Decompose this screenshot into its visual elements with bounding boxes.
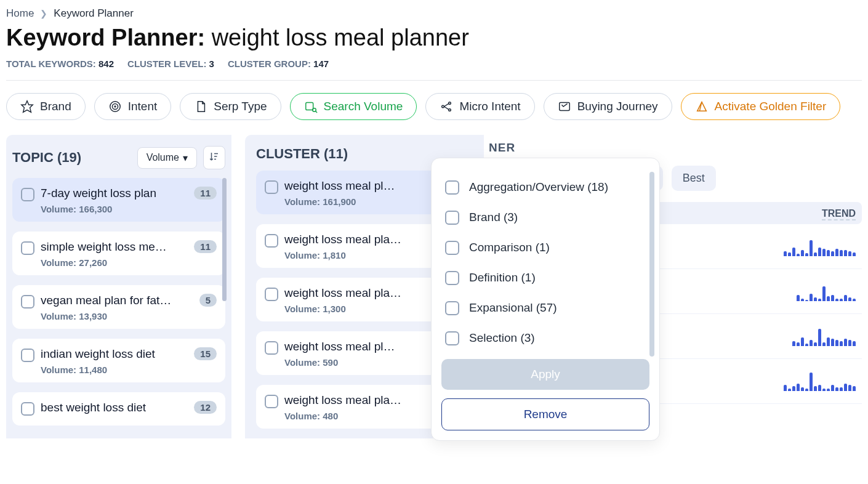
page-title: Keyword Planner: weight loss meal planne… (6, 25, 862, 51)
cluster-header: CLUSTER (11) (256, 146, 348, 162)
sort-direction-button[interactable] (203, 146, 225, 169)
topic-column: TOPIC (19) Volume ▾ 7-day (6, 135, 231, 438)
dropdown-option[interactable]: Comparison (1) (441, 232, 649, 262)
filter-row: Brand Intent Serp Type Search Volume Mic… (6, 93, 862, 120)
stats-bar: TOTAL KEYWORDS: 842 CLUSTER LEVEL: 3 CLU… (6, 58, 862, 69)
filter-micro-intent[interactable]: Micro Intent (425, 93, 534, 120)
trend-sparkline (784, 371, 856, 391)
checkbox[interactable] (21, 188, 34, 201)
svg-line-6 (315, 111, 317, 113)
checkbox[interactable] (21, 295, 34, 309)
topic-header: TOPIC (19) (12, 150, 81, 166)
neural-icon (440, 100, 453, 113)
breadcrumb: Home ❯ Keyword Planner (6, 7, 862, 20)
svg-point-9 (449, 109, 451, 111)
intent-chip[interactable]: Best (672, 166, 716, 191)
topic-item[interactable]: simple weight loss me… Volume: 27,260 11 (12, 232, 225, 275)
filter-intent[interactable]: Intent (94, 93, 172, 120)
document-icon (194, 100, 207, 113)
svg-point-2 (112, 103, 118, 109)
caret-down-icon: ▾ (183, 152, 188, 164)
count-badge: 5 (199, 294, 217, 307)
topic-sort-select[interactable]: Volume ▾ (137, 147, 197, 169)
checkbox[interactable] (445, 241, 459, 255)
filter-buying-journey[interactable]: Buying Journey (544, 93, 672, 120)
journey-icon (558, 100, 571, 113)
svg-point-7 (442, 105, 444, 108)
svg-rect-10 (559, 103, 569, 111)
count-badge: 11 (194, 187, 217, 200)
dropdown-option[interactable]: Aggregation/Overview (18) (441, 172, 649, 202)
checkbox[interactable] (21, 241, 34, 255)
checkbox[interactable] (265, 234, 278, 248)
filter-brand[interactable]: Brand (6, 93, 86, 120)
scrollbar[interactable] (222, 178, 227, 301)
topic-item[interactable]: 7-day weight loss plan Volume: 166,300 1… (12, 178, 225, 222)
checkbox[interactable] (265, 288, 278, 301)
checkbox[interactable] (445, 331, 459, 345)
breadcrumb-current: Keyword Planner (54, 7, 133, 20)
svg-point-3 (115, 106, 116, 107)
count-badge: 11 (194, 240, 217, 253)
scrollbar[interactable] (649, 172, 654, 357)
checkbox[interactable] (445, 180, 459, 195)
topic-item[interactable]: best weight loss diet 12 (12, 392, 225, 426)
micro-intent-dropdown: Aggregation/Overview (18)Brand (3)Compar… (431, 158, 660, 438)
svg-point-1 (110, 102, 120, 112)
filter-search-volume[interactable]: Search Volume (290, 93, 417, 120)
star-icon (20, 100, 34, 113)
dropdown-option[interactable]: Definition (1) (441, 262, 649, 292)
search-volume-icon (304, 100, 318, 113)
dropdown-option[interactable]: Selection (3) (441, 323, 649, 353)
filter-serp[interactable]: Serp Type (180, 93, 281, 120)
trend-sparkline (792, 326, 856, 346)
breadcrumb-home[interactable]: Home (6, 7, 34, 20)
topic-item[interactable]: indian weight loss diet Volume: 11,480 1… (12, 339, 225, 382)
svg-point-8 (449, 102, 451, 105)
checkbox[interactable] (21, 402, 34, 416)
golden-filter-button[interactable]: Activate Golden Filter (681, 93, 841, 120)
count-badge: 12 (194, 401, 217, 414)
checkbox[interactable] (445, 301, 459, 315)
checkbox[interactable] (445, 271, 459, 285)
svg-marker-0 (22, 101, 33, 112)
checkbox[interactable] (265, 395, 278, 408)
topic-item[interactable]: vegan meal plan for fat… Volume: 13,930 … (12, 285, 225, 329)
checkbox[interactable] (445, 211, 459, 225)
triangle-icon (695, 100, 709, 113)
dropdown-option[interactable]: Expansional (57) (441, 292, 649, 323)
target-icon (108, 100, 122, 113)
trend-sparkline (784, 236, 856, 256)
dropdown-option[interactable]: Brand (3) (441, 202, 649, 232)
checkbox[interactable] (265, 341, 278, 355)
count-badge: 15 (194, 347, 217, 360)
checkbox[interactable] (21, 349, 34, 362)
checkbox[interactable] (265, 180, 278, 194)
right-header-fragment: NER (489, 141, 862, 155)
remove-button[interactable]: Remove (441, 398, 649, 430)
apply-button[interactable]: Apply (441, 359, 649, 390)
trend-sparkline (797, 281, 856, 301)
chevron-right-icon: ❯ (40, 9, 47, 18)
svg-rect-4 (305, 103, 313, 110)
